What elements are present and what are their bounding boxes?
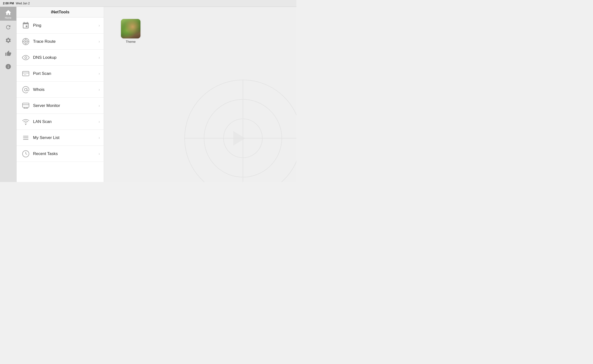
main-content: Theme <box>104 7 296 182</box>
pin-icon <box>20 20 31 31</box>
chevron-icon: › <box>99 39 100 44</box>
icon-bar: Home <box>0 7 17 182</box>
sidebar-item-recent-tasks-label: Recent Tasks <box>33 151 99 156</box>
list-icon <box>20 132 31 143</box>
chevron-icon: › <box>99 152 100 156</box>
target-icon <box>20 36 31 47</box>
gear-icon <box>5 37 11 43</box>
sidebar-item-dns-lookup-label: DNS Lookup <box>33 55 99 60</box>
sidebar-item-dns-lookup[interactable]: DNS Lookup › <box>17 50 104 66</box>
sidebar-item-lan-scan[interactable]: LAN Scan › <box>17 114 104 130</box>
home-label: Home <box>5 17 11 19</box>
sidebar-item-whois-label: Whois <box>33 87 99 92</box>
clock-icon <box>20 148 31 159</box>
settings-button[interactable] <box>0 34 16 47</box>
theme-thumbnail <box>121 19 140 38</box>
sidebar-title: iNetTools <box>51 10 69 15</box>
sidebar-item-trace-route-label: Trace Route <box>33 39 99 44</box>
svg-rect-8 <box>23 71 29 76</box>
sidebar-item-trace-route[interactable]: Trace Route › <box>17 34 104 50</box>
svg-point-12 <box>25 88 27 91</box>
wifi-icon <box>20 116 31 127</box>
sidebar-item-server-monitor[interactable]: Server Monitor › <box>17 98 104 114</box>
sidebar-item-whois[interactable]: Whois › <box>17 82 104 98</box>
monitor-icon <box>20 100 31 111</box>
sidebar-item-ping-label: Ping <box>33 23 99 28</box>
chevron-icon: › <box>99 55 100 60</box>
chevron-icon: › <box>99 87 100 92</box>
thumbs-up-icon <box>5 50 11 57</box>
sidebar-item-recent-tasks[interactable]: Recent Tasks › <box>17 146 104 162</box>
svg-point-7 <box>25 57 27 59</box>
crosshair-watermark <box>180 75 296 182</box>
theme-tile[interactable]: Theme <box>121 19 140 43</box>
sidebar-item-server-monitor-label: Server Monitor <box>33 103 99 108</box>
sidebar-item-port-scan-label: Port Scan <box>33 71 99 76</box>
svg-rect-13 <box>23 103 29 107</box>
chevron-icon: › <box>99 71 100 76</box>
like-button[interactable] <box>0 47 16 60</box>
sidebar-item-my-server-list[interactable]: My Server List › <box>17 130 104 146</box>
sidebar-item-ping[interactable]: Ping › <box>17 17 104 34</box>
sidebar-item-lan-scan-label: LAN Scan <box>33 119 99 124</box>
sidebar-item-my-server-list-label: My Server List <box>33 135 99 140</box>
refresh-icon <box>5 24 11 30</box>
info-icon <box>5 63 11 70</box>
svg-point-14 <box>26 124 26 125</box>
app-container: Home iNetTools <box>0 7 296 182</box>
svg-marker-24 <box>233 131 245 146</box>
svg-point-2 <box>25 41 26 42</box>
title-bar: 2:00 PM Wed Jun 2 <box>0 0 296 7</box>
chevron-icon: › <box>99 104 100 108</box>
chevron-icon: › <box>99 23 100 28</box>
status-bar-date: Wed Jun 2 <box>16 2 30 5</box>
info-button[interactable] <box>0 60 16 73</box>
chevron-icon: › <box>99 120 100 124</box>
chevron-icon: › <box>99 136 100 140</box>
home-button[interactable]: Home <box>0 7 16 21</box>
sidebar-item-port-scan[interactable]: Port Scan › <box>17 66 104 82</box>
scanner-icon <box>20 68 31 79</box>
sidebar: iNetTools Ping › <box>17 7 104 182</box>
sidebar-menu: Ping › Trace Route › <box>17 17 104 182</box>
svg-point-1 <box>24 40 28 43</box>
eye-icon <box>20 52 31 63</box>
home-icon <box>5 9 12 16</box>
at-icon <box>20 84 31 95</box>
status-bar-time: 2:00 PM <box>3 2 14 5</box>
refresh-button[interactable] <box>0 21 16 34</box>
sidebar-header: iNetTools <box>17 7 104 17</box>
theme-label: Theme <box>126 40 136 43</box>
svg-point-19 <box>185 80 296 182</box>
